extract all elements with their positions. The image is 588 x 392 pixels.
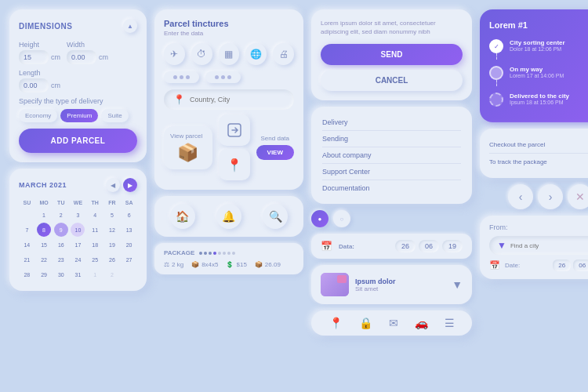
- cal-day-29[interactable]: 29: [37, 267, 51, 281]
- checkout-item-track[interactable]: To track the package ›: [489, 154, 588, 170]
- cal-day-14[interactable]: 14: [20, 238, 34, 252]
- cal-day-25[interactable]: 25: [88, 252, 102, 267]
- cal-day-4[interactable]: 4: [88, 208, 102, 222]
- date-val-1[interactable]: 26: [553, 260, 571, 271]
- economy-btn[interactable]: Economy: [19, 109, 57, 122]
- cal-day-6[interactable]: 6: [122, 208, 136, 222]
- view-parcel-section: View parcel 📦 📍 Send data: [164, 114, 294, 180]
- menu-item-docs[interactable]: Documentation: [322, 180, 461, 196]
- cal-day-15[interactable]: 15: [37, 238, 51, 252]
- nav-prev-btn[interactable]: ‹: [508, 184, 533, 209]
- data-val-1[interactable]: 26: [395, 240, 416, 252]
- menu-item-about[interactable]: About company: [322, 147, 461, 164]
- calendar-prev-btn[interactable]: ◀: [106, 178, 120, 192]
- from-city-input[interactable]: [510, 242, 588, 249]
- menu-card: Delivery Sending About company Support C…: [311, 107, 472, 204]
- toggle-active[interactable]: ●: [311, 210, 328, 227]
- dimensions-collapse-btn[interactable]: ▲: [123, 19, 137, 33]
- plane-icon[interactable]: ✈: [164, 43, 185, 65]
- cal-day-30[interactable]: 30: [54, 267, 68, 281]
- cal-day-next-2[interactable]: 2: [105, 267, 119, 281]
- cal-day-next-1[interactable]: 1: [88, 267, 102, 281]
- cal-day-19[interactable]: 19: [105, 238, 119, 252]
- cal-day-18[interactable]: 18: [88, 238, 102, 252]
- country-input[interactable]: [190, 96, 285, 103]
- cal-day-13[interactable]: 13: [122, 223, 136, 237]
- lock-icon[interactable]: 🔒: [359, 317, 372, 329]
- calendar-next-btn[interactable]: ▶: [123, 178, 137, 192]
- cal-header-mo: MO: [36, 198, 53, 207]
- cal-day-17[interactable]: 17: [71, 238, 85, 252]
- data-values: 26 06 19: [395, 240, 463, 252]
- send-button[interactable]: SEND: [321, 44, 463, 65]
- cal-day-10[interactable]: 10: [71, 223, 85, 237]
- bottom-actions-card: 📍 🔒 ✉ 🚗 ☰: [311, 310, 472, 336]
- dots-pill-2[interactable]: [205, 71, 241, 83]
- filter-icon: ▼: [497, 240, 506, 251]
- data-val-2[interactable]: 06: [419, 240, 439, 252]
- from-input-row[interactable]: ▼: [489, 236, 588, 255]
- cal-day-16[interactable]: 16: [54, 238, 68, 252]
- cal-day-24[interactable]: 24: [71, 252, 85, 267]
- bell-icon[interactable]: 🔔: [216, 204, 241, 229]
- cal-day-31[interactable]: 31: [71, 267, 85, 281]
- data-row-card: 📅 Data: 26 06 19: [311, 234, 472, 259]
- location-pin-box[interactable]: 📍: [219, 149, 250, 180]
- date-val-2[interactable]: 06: [573, 260, 588, 271]
- cal-day-9[interactable]: 9: [54, 223, 68, 237]
- bottom-icons-card: 🏠 🔔 🔍: [154, 196, 303, 237]
- toggle-inactive[interactable]: ○: [333, 210, 350, 227]
- length-input[interactable]: [19, 78, 49, 93]
- price-icon: 💲: [226, 261, 234, 268]
- car-icon[interactable]: 🚗: [415, 317, 428, 329]
- cal-day-2[interactable]: 2: [54, 208, 68, 222]
- nav-close-btn[interactable]: ✕: [568, 184, 588, 209]
- cal-day-3[interactable]: 3: [71, 208, 85, 222]
- cal-day-27[interactable]: 27: [122, 252, 136, 267]
- cal-day-1[interactable]: 1: [37, 208, 51, 222]
- view-button[interactable]: VIEW: [256, 145, 294, 160]
- suite-btn[interactable]: Suite: [101, 109, 128, 122]
- menu-item-delivery[interactable]: Delivery: [322, 114, 461, 131]
- cal-day-28[interactable]: 28: [20, 267, 34, 281]
- width-input[interactable]: [67, 50, 96, 64]
- mail-icon[interactable]: ✉: [389, 317, 398, 329]
- height-label: Height: [19, 41, 60, 49]
- printer-icon[interactable]: 🖨: [273, 43, 294, 65]
- cal-day-5[interactable]: 5: [105, 208, 119, 222]
- cal-day-26[interactable]: 26: [105, 252, 119, 267]
- globe-icon[interactable]: 🌐: [245, 43, 267, 65]
- cal-day-7[interactable]: 7: [20, 223, 34, 237]
- search-icon[interactable]: 🔍: [263, 204, 288, 229]
- add-parcel-button[interactable]: ADD PARCEL: [19, 129, 137, 153]
- cal-day-8[interactable]: 8: [37, 223, 51, 237]
- box-icon[interactable]: ▦: [219, 43, 240, 65]
- home-icon[interactable]: 🏠: [170, 204, 195, 229]
- checkout-item-parcel[interactable]: Checkout the parcel ›: [489, 136, 588, 154]
- dots-pill-1[interactable]: [164, 71, 199, 83]
- cal-day-23[interactable]: 23: [54, 252, 68, 267]
- height-input[interactable]: [19, 50, 49, 64]
- box-icon-small: 📦: [255, 261, 263, 268]
- clock-icon[interactable]: ⏱: [191, 43, 212, 65]
- menu-item-support[interactable]: Support Center: [322, 164, 461, 180]
- map-pin-icon[interactable]: 📍: [329, 317, 343, 329]
- nav-next-btn[interactable]: ›: [538, 184, 563, 209]
- menu-icon[interactable]: ☰: [445, 317, 455, 329]
- weight-icon: ⚖: [164, 261, 169, 268]
- cal-day-12[interactable]: 12: [105, 223, 119, 237]
- ipsum-chevron-icon[interactable]: ▼: [452, 278, 463, 291]
- premium-btn[interactable]: Premium: [60, 109, 98, 122]
- cal-day-21[interactable]: 21: [20, 252, 34, 267]
- step-pending-icon: [489, 93, 503, 107]
- date-row: 📅 Date: 26 06 21: [489, 260, 588, 271]
- cal-day-11[interactable]: 11: [88, 223, 102, 237]
- country-input-row[interactable]: 📍: [164, 89, 294, 110]
- data-val-3[interactable]: 19: [442, 240, 463, 252]
- send-arrow-box[interactable]: [219, 114, 250, 146]
- delivery-options: Economy Premium Suite: [19, 109, 137, 122]
- cal-day-20[interactable]: 20: [122, 238, 136, 252]
- cancel-button[interactable]: CANCEL: [321, 70, 463, 91]
- cal-day-22[interactable]: 22: [37, 252, 51, 267]
- menu-item-sending[interactable]: Sending: [322, 131, 461, 147]
